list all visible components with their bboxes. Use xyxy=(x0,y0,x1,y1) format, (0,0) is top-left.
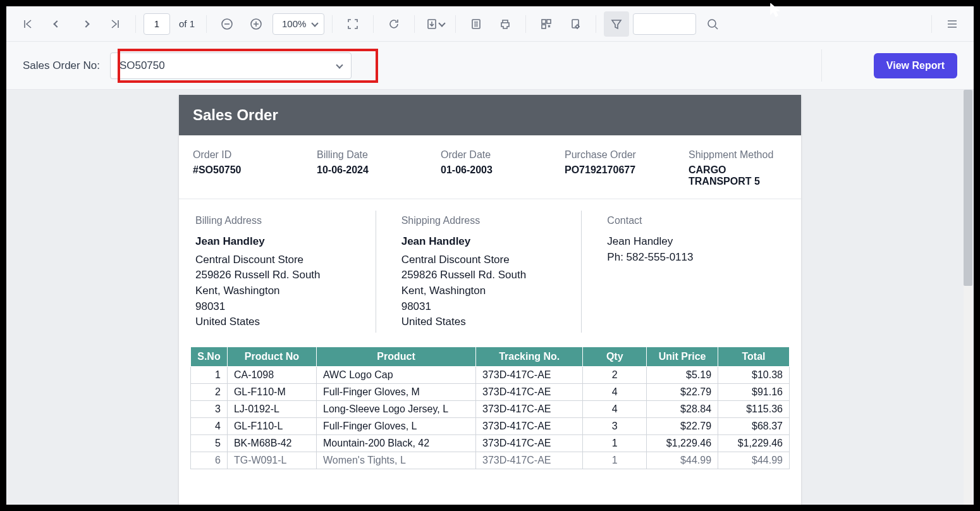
report-title: Sales Order xyxy=(179,95,801,135)
col-qty: Qty xyxy=(583,347,647,367)
billing-address: Billing Address Jean Handley Central Dis… xyxy=(193,211,376,333)
page-count-label: of 1 xyxy=(179,18,195,29)
report-viewer-toolbar: of 1 100% xyxy=(6,6,974,42)
parameters-bar: Sales Order No: SO50750 View Report xyxy=(6,42,974,90)
sales-order-no-label: Sales Order No: xyxy=(23,59,100,72)
toolbar-divider xyxy=(414,15,415,33)
print-layout-button[interactable] xyxy=(463,11,489,37)
address-row: Billing Address Jean Handley Central Dis… xyxy=(179,199,801,347)
next-page-button[interactable] xyxy=(73,11,99,37)
sales-order-no-select[interactable]: SO50750 xyxy=(110,52,352,79)
col-product-no: Product No xyxy=(227,347,316,367)
order-date-meta: Order Date 01-06-2003 xyxy=(441,149,539,187)
filter-button[interactable] xyxy=(604,11,629,37)
scrollbar[interactable] xyxy=(964,90,972,505)
contact-info: Contact Jean Handley Ph: 582-555-0113 xyxy=(582,211,787,333)
toolbar-divider xyxy=(525,15,526,33)
col-total: Total xyxy=(718,347,790,367)
table-row: 2GL-F110-MFull-Finger Gloves, M373D-417C… xyxy=(191,384,790,401)
page-setup-button[interactable] xyxy=(563,11,588,37)
chevron-down-icon xyxy=(336,61,343,68)
table-row: 3LJ-0192-LLong-Sleeve Logo Jersey, L373D… xyxy=(191,401,790,418)
zoom-value: 100% xyxy=(282,18,306,29)
billing-date-meta: Billing Date 10-06-2024 xyxy=(317,149,415,187)
last-page-button[interactable] xyxy=(102,11,128,37)
report-page: Sales Order Order ID #SO50750 Billing Da… xyxy=(179,95,801,505)
first-page-button[interactable] xyxy=(15,11,40,37)
col-product: Product xyxy=(317,347,476,367)
svg-rect-4 xyxy=(542,20,546,23)
report-canvas: Sales Order Order ID #SO50750 Billing Da… xyxy=(6,90,974,505)
svg-rect-5 xyxy=(547,20,551,23)
purchase-order-meta: Purchase Order PO7192170677 xyxy=(565,149,663,187)
svg-rect-6 xyxy=(542,25,546,28)
refresh-button[interactable] xyxy=(381,11,407,37)
col-sno: S.No xyxy=(191,347,228,367)
table-row: 1CA-1098AWC Logo Cap373D-417C-AE2$5.19$1… xyxy=(191,367,790,384)
toolbar-divider xyxy=(135,15,136,33)
zoom-select[interactable]: 100% xyxy=(273,13,324,35)
svg-point-9 xyxy=(708,20,716,27)
toolbar-divider xyxy=(931,15,932,33)
prev-page-button[interactable] xyxy=(44,11,70,37)
menu-button[interactable] xyxy=(940,11,965,37)
search-input[interactable] xyxy=(633,13,696,35)
zoom-in-button[interactable] xyxy=(243,11,269,37)
view-report-button[interactable]: View Report xyxy=(874,53,957,78)
sales-order-no-value: SO50750 xyxy=(119,59,165,72)
zoom-out-button[interactable] xyxy=(214,11,240,37)
table-row: 6TG-W091-LWomen's Tights, L373D-417C-AE1… xyxy=(191,452,790,469)
toolbar-divider xyxy=(373,15,374,33)
col-tracking: Tracking No. xyxy=(476,347,583,367)
toolbar-divider xyxy=(206,15,207,33)
search-button[interactable] xyxy=(700,11,725,37)
svg-point-8 xyxy=(576,25,579,28)
shipping-address: Shipping Address Jean Handley Central Di… xyxy=(376,211,582,333)
table-row: 5BK-M68B-42Mountain-200 Black, 42373D-41… xyxy=(191,435,790,452)
params-divider xyxy=(821,49,822,82)
col-unit-price: Unit Price xyxy=(647,347,718,367)
shipment-method-meta: Shippment Method CARGO TRANSPORT 5 xyxy=(689,149,787,187)
export-button[interactable] xyxy=(422,11,448,37)
line-items-table: S.No Product No Product Tracking No. Qty… xyxy=(190,347,790,469)
toolbar-divider xyxy=(332,15,333,33)
parameters-button[interactable] xyxy=(534,11,559,37)
fit-page-button[interactable] xyxy=(340,11,365,37)
order-id-meta: Order ID #SO50750 xyxy=(193,149,291,187)
toolbar-divider xyxy=(455,15,456,33)
print-button[interactable] xyxy=(493,11,518,37)
table-row: 4GL-F110-LFull-Finger Gloves, L373D-417C… xyxy=(191,418,790,435)
page-number-input[interactable] xyxy=(144,13,170,35)
order-meta-row: Order ID #SO50750 Billing Date 10-06-202… xyxy=(179,135,801,199)
toolbar-divider xyxy=(596,15,596,33)
